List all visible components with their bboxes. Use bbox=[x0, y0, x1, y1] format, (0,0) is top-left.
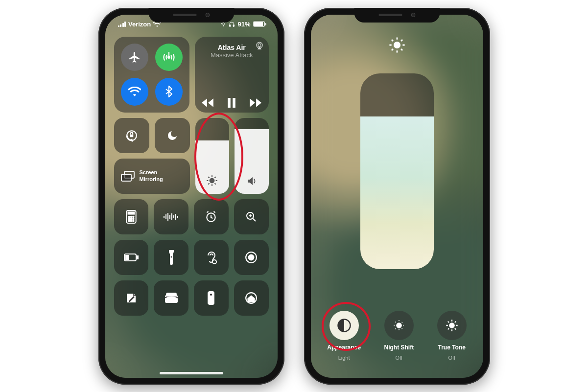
battery-percent: 91% bbox=[237, 21, 250, 28]
airplay-icon[interactable] bbox=[255, 42, 264, 49]
bluetooth-toggle[interactable] bbox=[155, 78, 183, 106]
svg-point-52 bbox=[394, 42, 400, 47]
svg-point-12 bbox=[210, 178, 214, 183]
svg-rect-35 bbox=[137, 256, 138, 259]
svg-point-20 bbox=[133, 218, 134, 219]
true-tone-value: Off bbox=[448, 355, 455, 361]
notch bbox=[148, 8, 234, 23]
voice-memo-button[interactable] bbox=[154, 199, 188, 234]
alarm-button[interactable] bbox=[194, 199, 229, 234]
svg-point-46 bbox=[212, 298, 212, 299]
svg-rect-28 bbox=[171, 213, 172, 220]
svg-rect-9 bbox=[130, 134, 133, 137]
notes-button[interactable] bbox=[114, 280, 149, 316]
airplane-mode-toggle[interactable] bbox=[121, 44, 148, 71]
do-not-disturb-toggle[interactable] bbox=[155, 118, 190, 153]
screen-mirroring-icon bbox=[121, 171, 135, 182]
orientation-lock-toggle[interactable] bbox=[114, 118, 149, 153]
flashlight-button[interactable] bbox=[154, 240, 188, 275]
svg-point-47 bbox=[210, 300, 211, 301]
rewind-button[interactable] bbox=[202, 98, 214, 107]
hearing-button[interactable] bbox=[194, 240, 229, 275]
cell-signal-icon bbox=[118, 22, 126, 27]
true-tone-icon bbox=[445, 319, 459, 332]
screen-mirroring-label: Screen Mirroring bbox=[140, 169, 163, 183]
media-artist: Massive Attack bbox=[201, 51, 263, 59]
true-tone-option[interactable]: True Tone Off bbox=[437, 311, 467, 361]
svg-rect-27 bbox=[169, 215, 170, 219]
notch bbox=[354, 8, 440, 23]
svg-point-23 bbox=[133, 220, 134, 222]
svg-point-40 bbox=[249, 254, 254, 260]
headphones-icon bbox=[229, 21, 235, 27]
svg-point-16 bbox=[130, 216, 132, 217]
svg-point-19 bbox=[130, 218, 132, 219]
volume-slider[interactable] bbox=[235, 118, 269, 194]
volume-icon bbox=[246, 175, 258, 187]
brightness-slider[interactable] bbox=[195, 118, 230, 194]
night-shift-option[interactable]: Night Shift Off bbox=[384, 311, 414, 361]
svg-point-37 bbox=[170, 256, 172, 257]
battery-icon bbox=[253, 21, 265, 27]
screen-mirroring-button[interactable]: Screen Mirroring bbox=[114, 159, 190, 194]
wallet-button[interactable] bbox=[154, 280, 188, 316]
svg-point-45 bbox=[210, 298, 211, 299]
wifi-toggle[interactable] bbox=[121, 78, 148, 106]
magnifier-button[interactable] bbox=[234, 199, 269, 234]
svg-point-49 bbox=[210, 302, 211, 303]
pause-button[interactable] bbox=[227, 98, 236, 108]
svg-point-50 bbox=[212, 302, 212, 303]
svg-point-18 bbox=[128, 218, 130, 219]
brightness-icon bbox=[206, 174, 218, 187]
calculator-button[interactable] bbox=[114, 199, 149, 234]
svg-point-48 bbox=[212, 300, 212, 301]
low-power-button[interactable] bbox=[114, 240, 149, 275]
night-shift-icon bbox=[392, 319, 406, 332]
cellular-data-toggle[interactable] bbox=[155, 44, 183, 71]
svg-point-44 bbox=[210, 293, 212, 296]
svg-point-21 bbox=[128, 220, 130, 222]
svg-rect-25 bbox=[165, 214, 166, 219]
iphone-right: Appearance Light Night Shift Off True To… bbox=[304, 8, 490, 385]
svg-rect-24 bbox=[164, 216, 165, 218]
svg-rect-6 bbox=[228, 98, 231, 108]
appearance-option[interactable]: Appearance Light bbox=[327, 311, 361, 361]
svg-rect-30 bbox=[175, 214, 176, 220]
screen: Verizon 91% bbox=[105, 15, 278, 378]
night-shift-value: Off bbox=[396, 355, 402, 361]
svg-rect-11 bbox=[121, 174, 131, 181]
media-panel[interactable]: Atlas Air Massive Attack bbox=[195, 37, 269, 113]
carrier-label: Verizon bbox=[128, 21, 151, 28]
svg-point-17 bbox=[133, 216, 134, 217]
svg-rect-1 bbox=[234, 24, 235, 26]
brightness-slider-large[interactable] bbox=[360, 73, 434, 269]
brightness-icon bbox=[389, 37, 405, 53]
home-button[interactable] bbox=[234, 280, 269, 316]
svg-point-22 bbox=[130, 220, 132, 222]
svg-rect-7 bbox=[233, 98, 235, 108]
svg-point-5 bbox=[258, 44, 261, 46]
iphone-left: Verizon 91% bbox=[98, 8, 284, 385]
svg-point-55 bbox=[449, 323, 454, 327]
svg-rect-29 bbox=[173, 215, 174, 218]
svg-rect-0 bbox=[230, 24, 231, 26]
connectivity-panel[interactable] bbox=[114, 37, 190, 113]
home-indicator[interactable] bbox=[160, 372, 223, 374]
screen-record-button[interactable] bbox=[234, 240, 269, 275]
night-shift-label: Night Shift bbox=[384, 344, 414, 351]
appearance-icon bbox=[337, 318, 352, 333]
media-title: Atlas Air bbox=[201, 44, 263, 51]
svg-rect-31 bbox=[177, 216, 178, 218]
svg-rect-36 bbox=[126, 255, 129, 259]
appearance-label: Appearance bbox=[327, 344, 361, 351]
remote-button[interactable] bbox=[194, 280, 229, 316]
appearance-value: Light bbox=[338, 355, 350, 361]
svg-point-38 bbox=[212, 260, 216, 264]
forward-button[interactable] bbox=[249, 98, 261, 107]
svg-rect-14 bbox=[128, 212, 134, 214]
svg-rect-42 bbox=[166, 293, 176, 296]
true-tone-label: True Tone bbox=[438, 344, 465, 351]
screen: Appearance Light Night Shift Off True To… bbox=[311, 15, 483, 378]
svg-rect-26 bbox=[167, 213, 168, 221]
svg-point-15 bbox=[128, 216, 130, 217]
